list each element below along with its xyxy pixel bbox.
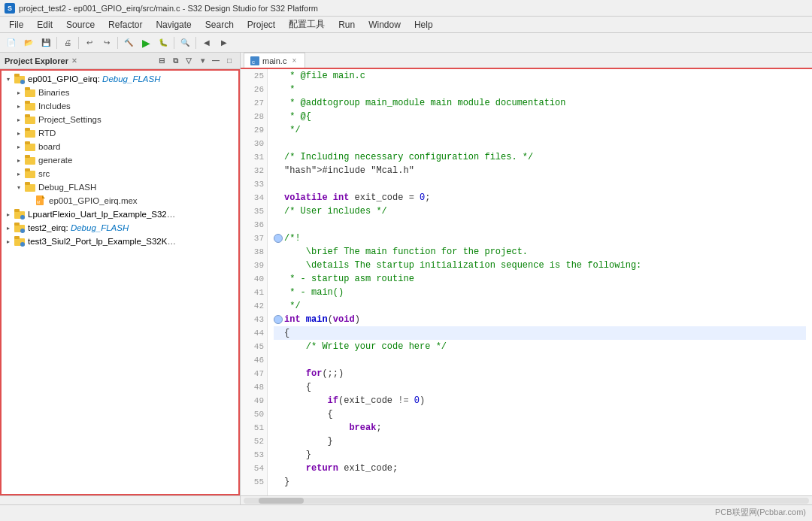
toolbar-debug[interactable]: 🐛 — [155, 35, 171, 50]
toolbar-sep4 — [174, 37, 174, 49]
tree-item-rtd[interactable]: RTD — [2, 126, 238, 140]
line-num-50: 50 — [241, 407, 264, 421]
bottom-bar — [0, 504, 812, 521]
menu-item-window[interactable]: Window — [362, 18, 407, 32]
code-line-51: break; — [274, 421, 806, 435]
line-content-27: * @addtogroup main_module main module do… — [284, 96, 565, 110]
project-icon-lpuart — [14, 208, 26, 220]
menu-item-file[interactable]: File — [3, 18, 29, 32]
editor-tab-main-c[interactable]: c main.c × — [244, 53, 305, 68]
code-line-54: return exit_code; — [274, 462, 806, 475]
tree-arrow-lpuart[interactable] — [3, 209, 14, 220]
folder-icon-src — [24, 168, 36, 180]
line-num-42: 42 — [241, 299, 264, 313]
svg-point-2 — [20, 80, 25, 84]
tree-item-lpuart[interactable]: LpuartFlexio_Uart_lp_Example_S32K344: De… — [2, 207, 238, 221]
breakpoint-marker-43[interactable] — [274, 315, 283, 324]
line-num-39: 39 — [241, 259, 264, 272]
line-num-33: 33 — [241, 177, 264, 191]
line-content-53: } — [284, 448, 311, 462]
tree-arrow-includes[interactable] — [14, 101, 24, 111]
window-title: project_test2 - ep001_GPIO_eirq/src/main… — [19, 4, 318, 13]
tree-arrow-rtd[interactable] — [14, 128, 24, 138]
toolbar-build[interactable]: 🔨 — [120, 35, 137, 50]
menu-item-配置工具[interactable]: 配置工具 — [283, 17, 331, 32]
scroll-track[interactable] — [244, 498, 809, 504]
line-content-37: /*! — [284, 232, 301, 245]
line-content-51: break; — [284, 421, 382, 435]
svg-rect-17 — [25, 184, 35, 192]
code-content[interactable]: * @file main.c * * @addtogroup main_modu… — [268, 69, 812, 495]
editor-panel: c main.c × 25262728293031323334353637383… — [241, 53, 812, 504]
code-line-55: } — [274, 475, 806, 489]
tree-arrow-board[interactable] — [14, 141, 24, 152]
toolbar-search[interactable]: 🔍 — [177, 35, 193, 50]
tree-item-test2[interactable]: test2_eirq: Debug_FLASH — [2, 221, 238, 235]
tree-item-src[interactable]: src — [2, 167, 238, 180]
tree-arrow-ep001[interactable] — [3, 74, 14, 84]
explorer-minimize[interactable]: — — [210, 55, 222, 67]
mex-file-icon: M — [35, 195, 47, 207]
menu-item-source[interactable]: Source — [60, 18, 101, 32]
toolbar-run[interactable]: ▶ — [138, 35, 154, 50]
tree-arrow-generate[interactable] — [14, 155, 24, 165]
tree-arrow-test2[interactable] — [3, 223, 14, 233]
left-horizontal-scrollbar[interactable] — [0, 495, 240, 504]
explorer-tree[interactable]: ep001_GPIO_eirq: Debug_FLASH Binaries In… — [0, 69, 240, 495]
code-line-44: { — [274, 326, 806, 340]
line-content-33 — [284, 177, 289, 191]
menu-item-run[interactable]: Run — [332, 18, 361, 32]
horizontal-scrollbar[interactable] — [241, 495, 812, 504]
explorer-menu[interactable]: ▾ — [196, 55, 208, 67]
tree-arrow-mex-spacer — [24, 195, 35, 206]
tree-arrow-debug-flash[interactable] — [14, 182, 24, 192]
tree-item-project-settings[interactable]: Project_Settings — [2, 113, 238, 126]
toolbar-next[interactable]: ▶ — [216, 35, 232, 50]
tree-label-rtd: RTD — [38, 129, 235, 138]
tree-item-generate[interactable]: generate — [2, 153, 238, 167]
tree-item-debug-flash[interactable]: Debug_FLASH — [2, 180, 238, 194]
tree-arrow-test3[interactable] — [3, 236, 14, 247]
toolbar-print[interactable]: 🖨 — [59, 35, 76, 50]
toolbar-new[interactable]: 📄 — [3, 35, 20, 50]
tab-close-btn[interactable]: × — [289, 56, 298, 65]
tree-item-mex[interactable]: M ep001_GPIO_eirq.mex — [2, 194, 238, 207]
tree-label-lpuart: LpuartFlexio_Uart_lp_Example_S32K344: De… — [28, 210, 178, 219]
line-num-38: 38 — [241, 245, 264, 259]
tree-label-board: board — [38, 142, 235, 151]
toolbar-open[interactable]: 📂 — [20, 35, 37, 50]
menu-item-project[interactable]: Project — [241, 18, 281, 32]
svg-point-30 — [20, 242, 25, 247]
title-bar: S project_test2 - ep001_GPIO_eirq/src/ma… — [0, 0, 812, 17]
tree-label-mex: ep001_GPIO_eirq.mex — [49, 196, 235, 205]
menu-item-help[interactable]: Help — [408, 18, 439, 32]
scroll-thumb[interactable] — [259, 498, 304, 504]
toolbar-redo[interactable]: ↪ — [98, 35, 115, 50]
tree-item-test3[interactable]: test3_Siul2_Port_lp_Example_S32K344: Deb… — [2, 235, 238, 248]
explorer-collapse-all[interactable]: ⊟ — [156, 55, 168, 67]
line-content-55: } — [284, 475, 289, 489]
menu-item-refactor[interactable]: Refactor — [102, 18, 148, 32]
code-line-32: "hash">#include "Mcal.h" — [274, 164, 806, 177]
explorer-filter[interactable]: ▽ — [183, 55, 195, 67]
tree-arrow-binaries[interactable] — [14, 87, 24, 98]
tree-item-ep001[interactable]: ep001_GPIO_eirq: Debug_FLASH — [2, 72, 238, 86]
explorer-link-editor[interactable]: ⧉ — [169, 55, 181, 67]
explorer-maximize[interactable]: □ — [223, 55, 235, 67]
tree-arrow-src[interactable] — [14, 168, 24, 179]
explorer-header: Project Explorer ✕ ⊟ ⧉ ▽ ▾ — □ — [0, 53, 240, 69]
breakpoint-marker-37[interactable] — [274, 234, 283, 243]
tree-item-binaries[interactable]: Binaries — [2, 86, 238, 99]
tree-item-board[interactable]: board — [2, 140, 238, 153]
line-num-55: 55 — [241, 475, 264, 489]
tree-item-includes[interactable]: Includes — [2, 99, 238, 113]
line-num-31: 31 — [241, 150, 264, 164]
menu-item-navigate[interactable]: Navigate — [150, 18, 197, 32]
toolbar-undo[interactable]: ↩ — [81, 35, 98, 50]
menu-item-edit[interactable]: Edit — [31, 18, 59, 32]
tree-label-binaries: Binaries — [38, 88, 235, 97]
toolbar-save[interactable]: 💾 — [38, 35, 54, 50]
tree-arrow-project-settings[interactable] — [14, 114, 24, 125]
menu-item-search[interactable]: Search — [199, 18, 240, 32]
toolbar-prev[interactable]: ◀ — [198, 35, 215, 50]
